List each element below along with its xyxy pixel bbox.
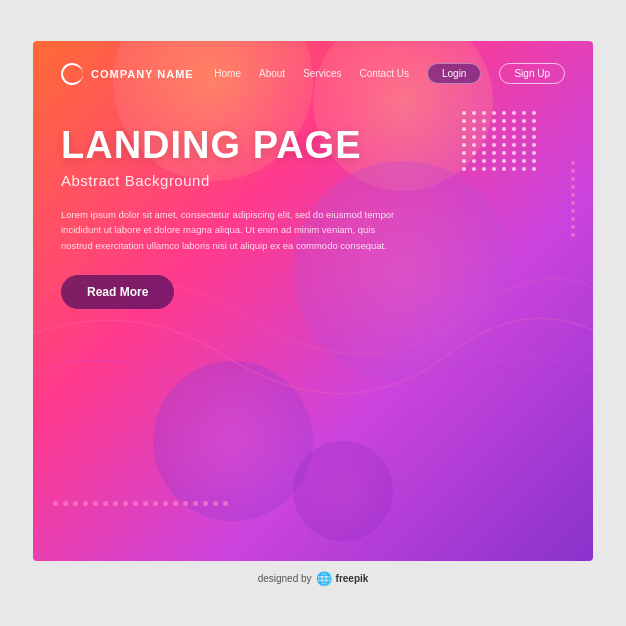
hero-subtitle: Abstract Background	[61, 172, 565, 189]
read-more-button[interactable]: Read More	[61, 275, 174, 309]
nav-links: Home About Services Contact Us Login Sig…	[214, 63, 565, 84]
signup-button[interactable]: Sign Up	[499, 63, 565, 84]
hero-section: LANDING PAGE Abstract Background Lorem i…	[33, 85, 593, 309]
logo-icon	[61, 63, 83, 85]
dot-row-decoration: for(let i=0; i<18; i++) document.current…	[53, 501, 228, 506]
attribution-prefix: designed by	[258, 573, 312, 584]
nav-services[interactable]: Services	[303, 68, 341, 79]
nav-about[interactable]: About	[259, 68, 285, 79]
hero-title: LANDING PAGE	[61, 125, 565, 167]
hero-body-text: Lorem ipsum dolor sit amet, consectetur …	[61, 207, 401, 253]
company-name: COMPANY NAME	[91, 68, 194, 80]
logo-area: COMPANY NAME	[61, 63, 194, 85]
landing-page: for(let i=0; i<64; i++) document.current…	[33, 41, 593, 561]
decorative-blob-5	[293, 441, 393, 541]
navbar: COMPANY NAME Home About Services Contact…	[33, 41, 593, 85]
decorative-blob-4	[153, 361, 313, 521]
nav-home[interactable]: Home	[214, 68, 241, 79]
attribution: designed by 🌐 freepik	[258, 571, 369, 586]
nav-contact[interactable]: Contact Us	[359, 68, 408, 79]
login-button[interactable]: Login	[427, 63, 481, 84]
attribution-brand: freepik	[336, 573, 369, 584]
